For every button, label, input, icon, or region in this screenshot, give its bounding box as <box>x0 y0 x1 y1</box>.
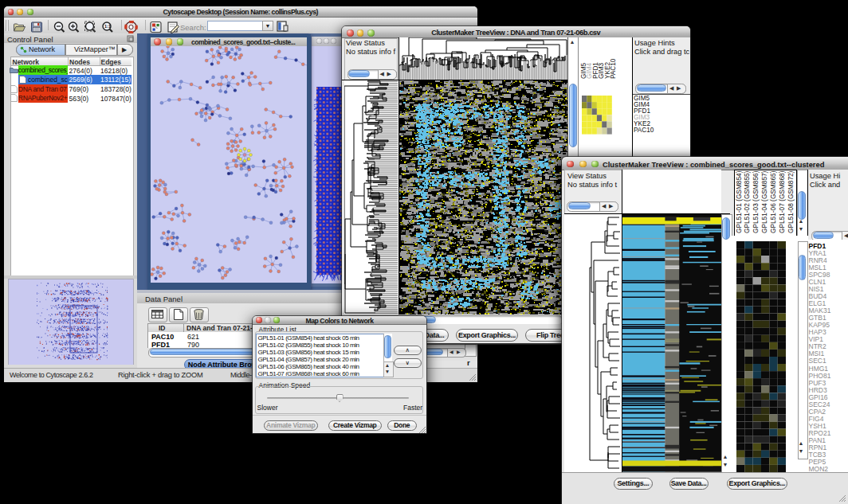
svg-text:1:1: 1:1 <box>104 24 111 29</box>
svg-text:PAC10: PAC10 <box>610 58 617 79</box>
svg-text:GPL51-04 (GSM857): GPL51-04 (GSM857) <box>760 170 768 233</box>
svg-text:GPL51-02 (GSM855): GPL51-02 (GSM855) <box>743 170 751 233</box>
svg-text:GPL51-08 (GSM872): GPL51-08 (GSM872) <box>786 170 794 233</box>
svg-text:GPL51-06 (GSM865): GPL51-06 (GSM865) <box>769 170 777 233</box>
svg-text:GPL51-07 (GSM868): GPL51-07 (GSM868) <box>778 170 786 233</box>
svg-text:GPL51-03 (GSM856): GPL51-03 (GSM856) <box>752 170 760 233</box>
svg-text:GPL51-01 (GSM854): GPL51-01 (GSM854) <box>734 170 742 233</box>
